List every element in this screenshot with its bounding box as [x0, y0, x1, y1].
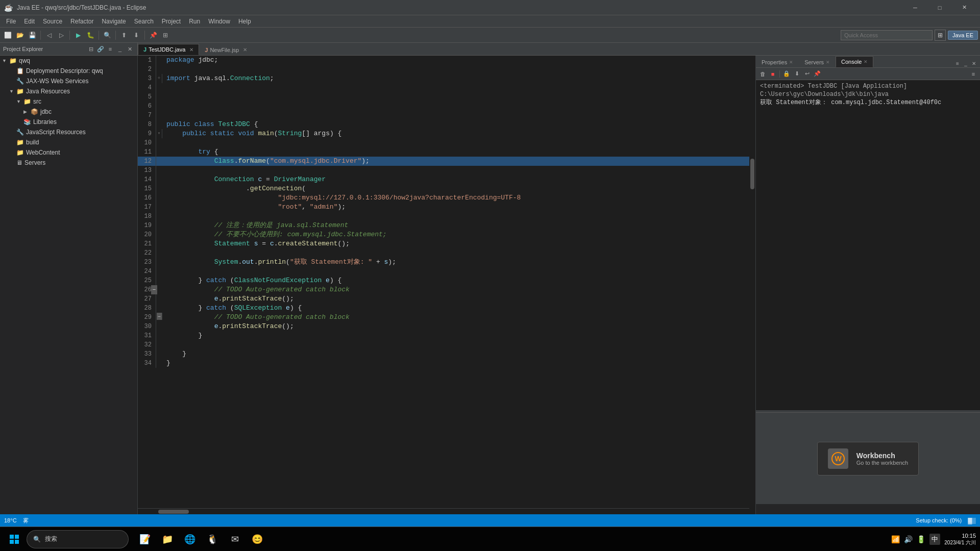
vscroll-thumb[interactable]	[750, 159, 754, 189]
right-panel-menu[interactable]: ≡	[953, 59, 962, 67]
editor-vscrollbar[interactable]	[749, 56, 755, 514]
right-tab-console[interactable]: Console ✕	[836, 56, 873, 67]
toolbar-back[interactable]: ◁	[43, 30, 55, 41]
menu-item-run[interactable]: Run	[185, 16, 204, 27]
code-line-12: 12 Class.forName("com.mysql.jdbc.Driver"…	[138, 157, 749, 166]
toolbar-pin[interactable]: 📌	[148, 30, 159, 41]
svg-rect-2	[10, 535, 14, 539]
right-panel-vscrollbar[interactable]	[756, 504, 762, 514]
right-tab-servers-close[interactable]: ✕	[826, 60, 830, 65]
menu-item-search[interactable]: Search	[130, 16, 158, 27]
taskbar-app-files[interactable]: 📁	[157, 529, 178, 549]
menu-item-file[interactable]: File	[2, 16, 20, 27]
code-line-21: 21 Statement s = c.createStatement();	[138, 239, 749, 248]
toolbar-debug[interactable]: 🐛	[85, 30, 96, 41]
menu-item-source[interactable]: Source	[39, 16, 66, 27]
right-tab-properties[interactable]: Properties ✕	[756, 56, 799, 67]
fold-btn-26[interactable]: —	[151, 285, 157, 294]
menu-item-project[interactable]: Project	[158, 16, 185, 27]
tab-testjdbc[interactable]: J TestJDBC.java ✕	[138, 44, 199, 55]
sidebar-item-java-resources[interactable]: ▼📁Java Resources	[0, 86, 137, 96]
sidebar-item-build[interactable]: 📁build	[0, 137, 137, 147]
right-panel-close[interactable]: ✕	[970, 59, 978, 67]
right-tab-servers[interactable]: Servers ✕	[799, 56, 836, 67]
quick-access-icon[interactable]: ⊞	[935, 30, 946, 41]
right-panel-minimize[interactable]: _	[962, 59, 970, 67]
minimize-button[interactable]: ─	[903, 0, 927, 15]
app-icon: ☕	[4, 4, 13, 12]
menu-item-navigate[interactable]: Navigate	[97, 16, 130, 27]
quick-access-input[interactable]	[841, 30, 933, 40]
toolbar-perspective[interactable]: ⊞	[160, 30, 171, 41]
quick-access-area: ⊞ Java EE	[841, 30, 978, 41]
fold-btn-29[interactable]: —	[157, 313, 162, 320]
java-ee-button[interactable]: Java EE	[948, 31, 978, 40]
toolbar-save[interactable]: 💾	[27, 30, 38, 41]
sidebar-link-btn[interactable]: 🔗	[96, 44, 105, 54]
menu-item-window[interactable]: Window	[204, 16, 234, 27]
toolbar-new[interactable]: ⬜	[2, 30, 13, 41]
code-editor[interactable]: 1 package jdbc; 2 3 + import java.sql.Co…	[138, 56, 749, 508]
toolbar-search[interactable]: 🔍	[102, 30, 113, 41]
sidebar-item-javascript-resources[interactable]: 🔧JavaScript Resources	[0, 127, 137, 137]
console-clear-btn[interactable]: 🗑	[758, 69, 767, 79]
taskbar-app-mail[interactable]: ✉	[225, 529, 245, 549]
console-scroll-lock-btn[interactable]: 🔒	[782, 69, 791, 79]
right-tab-properties-close[interactable]: ✕	[789, 60, 793, 65]
editor-hscrollbar[interactable]	[138, 508, 749, 514]
sidebar-close-btn[interactable]: ✕	[125, 44, 134, 54]
hscroll-thumb[interactable]	[158, 510, 189, 514]
maximize-button[interactable]: □	[928, 0, 951, 15]
sidebar-item-src[interactable]: ▼📁src	[0, 96, 137, 107]
tree-item-icon: 📦	[31, 108, 38, 115]
start-button[interactable]	[4, 529, 24, 549]
toolbar-prev-annot[interactable]: ⬆	[118, 30, 130, 41]
sidebar-minimize-btn[interactable]: _	[115, 44, 125, 54]
code-line-15: 15 .getConnection(	[138, 184, 749, 193]
close-button[interactable]: ✕	[952, 0, 976, 15]
code-line-8: 8 public class TestJDBC {	[138, 120, 749, 129]
tab-newfile-close[interactable]: ✕	[243, 47, 247, 53]
tab-newfile[interactable]: J NewFile.jsp ✕	[199, 44, 253, 55]
sidebar-item-qwq[interactable]: ▼📁qwq	[0, 56, 137, 66]
sidebar-item-libraries[interactable]: 📚Libraries	[0, 117, 137, 127]
status-bar: 18°C 雾 Setup check: (0%) ▓▒	[0, 514, 980, 527]
right-tab-console-close[interactable]: ✕	[864, 59, 868, 64]
toolbar-next-annot[interactable]: ⬇	[131, 30, 142, 41]
sidebar-item-servers[interactable]: 🖥Servers	[0, 158, 137, 168]
code-line-1: 1 package jdbc;	[138, 56, 749, 65]
taskbar-search-text: 搜索	[45, 535, 57, 543]
menu-item-edit[interactable]: Edit	[20, 16, 39, 27]
toolbar-open[interactable]: 📂	[14, 30, 26, 41]
taskbar-search[interactable]: 🔍 搜索	[27, 530, 129, 548]
menu-item-help[interactable]: Help	[234, 16, 255, 27]
toolbar-forward[interactable]: ▷	[56, 30, 67, 41]
menu-item-refactor[interactable]: Refactor	[66, 16, 97, 27]
console-scroll-end-btn[interactable]: ⬇	[792, 69, 801, 79]
code-line-16: 16 "jdbc:mysql://127.0.0.1:3306/how2java…	[138, 193, 749, 203]
console-menu-btn[interactable]: ≡	[969, 69, 978, 79]
sidebar-collapse-btn[interactable]: ⊟	[86, 44, 95, 54]
console-output: <terminated> TestJDBC [Java Application]…	[756, 80, 980, 410]
workbench-logo: W	[828, 448, 848, 469]
tree-item-icon: 🖥	[16, 159, 22, 166]
taskbar-app-notes[interactable]: 📝	[135, 529, 155, 549]
taskbar-app-emoji[interactable]: 😊	[247, 529, 267, 549]
workbench-card[interactable]: W Workbench Go to the workbench	[817, 442, 919, 475]
console-pin-btn[interactable]: 📌	[813, 69, 822, 79]
taskbar-ime-icon[interactable]: 中	[929, 534, 940, 545]
console-stop-btn[interactable]: ■	[768, 69, 777, 79]
window-title: Java EE - qwq/src/jdbc/TestJDBC.java - E…	[17, 4, 903, 11]
sidebar-item-webcontent[interactable]: 📁WebContent	[0, 147, 137, 158]
taskbar-app-penguin[interactable]: 🐧	[202, 529, 223, 549]
taskbar-app-browser[interactable]: 🌐	[180, 529, 200, 549]
sidebar-item-jdbc[interactable]: ▶📦jdbc	[0, 107, 137, 117]
sidebar-menu-btn[interactable]: ≡	[106, 44, 115, 54]
tree-item-icon: 📁	[16, 149, 24, 156]
toolbar-run[interactable]: ▶	[72, 30, 84, 41]
sidebar-item-deployment-descriptor--qwq[interactable]: 📋Deployment Descriptor: qwq	[0, 66, 137, 76]
tree-item-icon: 📁	[23, 98, 31, 105]
sidebar-item-jax-ws-web-services[interactable]: 🔧JAX-WS Web Services	[0, 76, 137, 86]
tab-testjdbc-close[interactable]: ✕	[189, 47, 193, 53]
console-word-wrap-btn[interactable]: ↩	[802, 69, 812, 79]
